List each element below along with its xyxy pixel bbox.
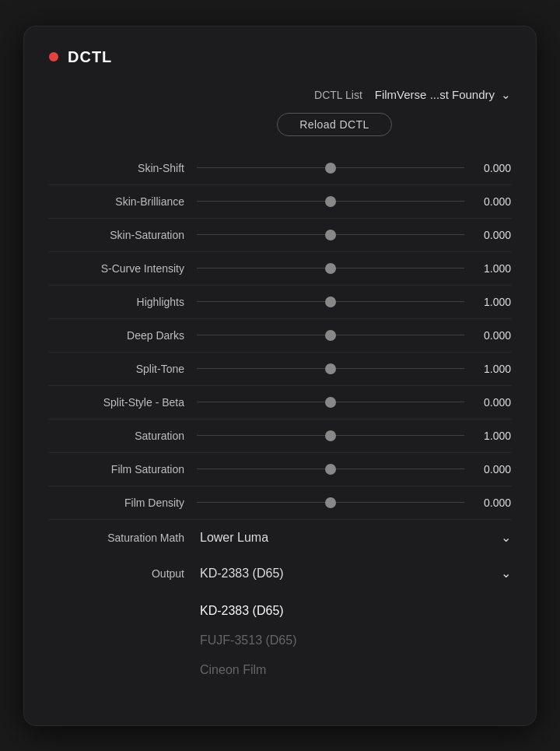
output-chevron: ⌄ xyxy=(501,566,511,581)
track-knob-2[interactable] xyxy=(325,230,336,240)
param-label-skin-shift: Skin-Shift xyxy=(49,162,197,174)
param-row: Film Density0.000 xyxy=(49,488,511,518)
param-value-9: 0.000 xyxy=(464,463,511,476)
param-row: Skin-Brilliance0.000 xyxy=(49,187,511,216)
output-option-1[interactable]: FUJF-3513 (D65) xyxy=(197,626,511,655)
output-value: KD-2383 (D65) xyxy=(200,567,284,581)
output-option-0[interactable]: KD-2383 (D65) xyxy=(197,596,511,626)
output-row: Output KD-2383 (D65) ⌄ xyxy=(49,557,511,590)
param-label-skin-saturation: Skin-Saturation xyxy=(49,229,197,241)
track-knob-1[interactable] xyxy=(325,196,336,207)
parameters-list: Skin-Shift0.000Skin-Brilliance0.000Skin-… xyxy=(49,153,511,520)
red-dot-indicator xyxy=(49,52,58,61)
param-label-split-style---beta: Split-Style - Beta xyxy=(49,396,197,409)
track-knob-9[interactable] xyxy=(325,464,336,475)
param-row: Film Saturation0.000 xyxy=(49,454,511,484)
output-option-2[interactable]: Cineon Film xyxy=(197,655,511,685)
param-label-split-tone: Split-Tone xyxy=(49,363,197,375)
param-row: S-Curve Intensity1.000 xyxy=(49,254,511,283)
track-knob-8[interactable] xyxy=(325,430,336,441)
saturation-math-label: Saturation Math xyxy=(49,532,197,544)
param-label-saturation: Saturation xyxy=(49,430,197,442)
param-value-4: 1.000 xyxy=(464,296,511,308)
track-knob-7[interactable] xyxy=(325,397,336,408)
track-knob-4[interactable] xyxy=(325,297,336,307)
track-knob-6[interactable] xyxy=(325,363,336,374)
param-value-1: 0.000 xyxy=(464,195,511,208)
track-knob-3[interactable] xyxy=(325,263,336,274)
param-label-film-density: Film Density xyxy=(49,497,197,509)
track-knob-10[interactable] xyxy=(325,497,336,508)
reload-dctl-button[interactable]: Reload DCTL xyxy=(277,113,391,136)
track-knob-0[interactable] xyxy=(325,163,336,174)
param-label-skin-brilliance: Skin-Brilliance xyxy=(49,195,197,208)
param-value-7: 0.000 xyxy=(464,396,511,409)
param-label-deep-darks: Deep Darks xyxy=(49,329,197,342)
reload-btn-row: Reload DCTL xyxy=(158,113,511,136)
param-value-3: 1.000 xyxy=(464,262,511,275)
param-value-6: 1.000 xyxy=(464,363,511,375)
panel-title: DCTL xyxy=(68,48,112,66)
saturation-math-chevron: ⌄ xyxy=(501,530,511,545)
dctl-list-row: DCTL List FilmVerse ...st Foundry ⌄ xyxy=(49,88,511,102)
dctl-panel: DCTL DCTL List FilmVerse ...st Foundry ⌄… xyxy=(23,26,537,726)
param-value-0: 0.000 xyxy=(464,162,511,174)
param-label-s-curve-intensity: S-Curve Intensity xyxy=(49,262,197,275)
output-label: Output xyxy=(49,567,197,580)
param-value-10: 0.000 xyxy=(464,497,511,509)
saturation-math-row: Saturation Math Lower Luma ⌄ xyxy=(49,521,511,554)
track-knob-5[interactable] xyxy=(325,330,336,341)
output-dropdown[interactable]: KD-2383 (D65) ⌄ xyxy=(197,566,511,581)
param-row: Saturation1.000 xyxy=(49,421,511,451)
dctl-list-label: DCTL List xyxy=(254,89,362,101)
param-label-film-saturation: Film Saturation xyxy=(49,463,197,476)
param-row: Split-Style - Beta0.000 xyxy=(49,388,511,417)
dctl-list-value: FilmVerse ...st Foundry xyxy=(375,88,495,101)
dctl-list-dropdown[interactable]: FilmVerse ...st Foundry ⌄ xyxy=(375,88,511,102)
param-row: Highlights1.000 xyxy=(49,287,511,317)
panel-header: DCTL xyxy=(49,48,511,66)
output-options-list: KD-2383 (D65)FUJF-3513 (D65)Cineon Film xyxy=(197,596,511,685)
param-value-8: 1.000 xyxy=(464,430,511,442)
param-row: Skin-Shift0.000 xyxy=(49,153,511,183)
param-value-5: 0.000 xyxy=(464,329,511,342)
param-row: Deep Darks0.000 xyxy=(49,321,511,350)
param-row: Skin-Saturation0.000 xyxy=(49,220,511,250)
param-label-highlights: Highlights xyxy=(49,296,197,308)
param-row: Split-Tone1.000 xyxy=(49,354,511,384)
saturation-math-value: Lower Luma xyxy=(200,531,268,545)
saturation-math-dropdown[interactable]: Lower Luma ⌄ xyxy=(197,530,511,545)
param-value-2: 0.000 xyxy=(464,229,511,241)
dctl-list-chevron: ⌄ xyxy=(501,88,511,102)
